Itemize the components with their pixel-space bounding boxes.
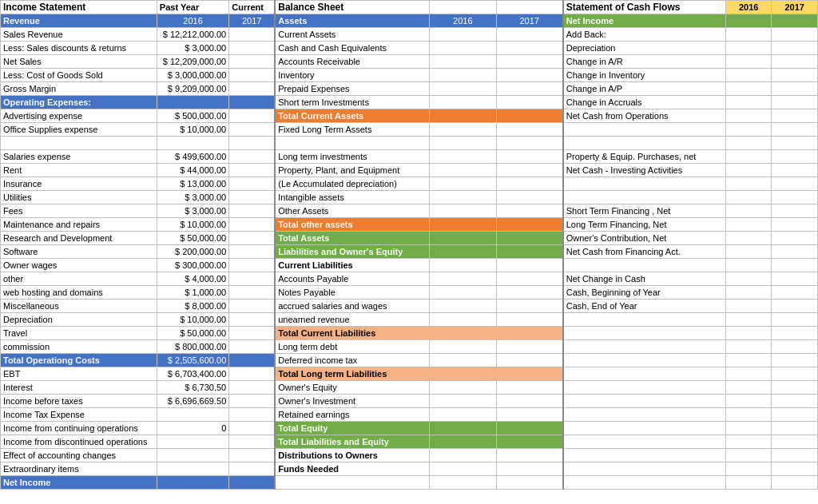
- sales-revenue-label: Sales Revenue: [1, 28, 157, 42]
- net-cash-ops-label: Net Cash from Operations: [563, 109, 726, 123]
- ni-2016: [157, 476, 228, 490]
- change-inv-2017: [772, 69, 818, 82]
- other-2017: [229, 272, 275, 286]
- empty-cf-14-2017: [772, 422, 818, 435]
- intangible-label: Intangible assets: [275, 191, 429, 204]
- empty-bs-1-2017: [496, 137, 563, 150]
- net-sales-2016: $ 12,209,000.00: [157, 55, 228, 69]
- ibt-2016: $ 6,696,669.50: [157, 395, 228, 408]
- commission-label: commission: [1, 340, 157, 354]
- oe-2017-val: [496, 381, 563, 395]
- bs-2017: 2017: [496, 14, 563, 28]
- oe-2016: [157, 96, 228, 109]
- eac-2016: [157, 449, 228, 462]
- oe-2016-val: [430, 381, 497, 395]
- unearned-rev-label: unearned revenue: [275, 313, 429, 327]
- ta-2016: [430, 232, 497, 245]
- empty-cf-1: [563, 123, 726, 137]
- maintenance-2017: [229, 218, 275, 232]
- change-acc-2017: [772, 96, 818, 109]
- toc-2017: [229, 354, 275, 367]
- gross-margin-2016: $ 9,209,000.00: [157, 82, 228, 96]
- travel-2017: [229, 327, 275, 340]
- owners-investment-label: Owner's Investment: [275, 395, 429, 408]
- tltl-2017: [496, 367, 563, 381]
- change-accruals-label: Change in Accruals: [563, 96, 726, 109]
- rd-label: Research and Development: [1, 232, 157, 245]
- dto-2017: [496, 449, 563, 462]
- te-2016: [430, 422, 497, 435]
- empty-cf-11: [563, 381, 726, 395]
- fn-2016: [430, 462, 497, 476]
- empty-cf-16-2017: [772, 449, 818, 462]
- toc-2016: $ 2,505,600.00: [157, 354, 228, 367]
- fees-label: Fees: [1, 204, 157, 218]
- ico-2017: [229, 422, 275, 435]
- empty-cf-10: [563, 367, 726, 381]
- empty-cf-13: [563, 408, 726, 422]
- ibt-2017: [229, 395, 275, 408]
- empty-cf-17: [563, 462, 726, 476]
- change-inv-2016: [726, 69, 772, 82]
- acc-dep-2016: [430, 177, 497, 191]
- income-tax-exp-label: Income Tax Expense: [1, 408, 157, 422]
- cash-flows-title: Statement of Cash Flows: [563, 1, 726, 14]
- advertising-2017: [229, 109, 275, 123]
- cash-beg-label: Cash, Beginning of Year: [563, 286, 726, 300]
- empty-cf-6: [563, 313, 726, 327]
- balance-sheet-title: Balance Sheet: [275, 1, 429, 14]
- short-term-fin-label: Short Term Financing , Net: [563, 204, 726, 218]
- empty-is-1-val: [157, 137, 228, 150]
- misc-2016: $ 8,000.00: [157, 300, 228, 313]
- software-label: Software: [1, 245, 157, 259]
- insurance-2017: [229, 177, 275, 191]
- sales-disc-2016: $ 3,000.00: [157, 42, 228, 55]
- total-other-assets-label: Total other assets: [275, 218, 429, 232]
- salaries-2017: [229, 150, 275, 164]
- empty-cf-15: [563, 435, 726, 449]
- other-label: other: [1, 272, 157, 286]
- toa-2016: [430, 218, 497, 232]
- empty-cf-4-2017: [772, 191, 818, 204]
- revenue-label: Revenue: [1, 14, 157, 28]
- empty-cf-4-2016: [726, 191, 772, 204]
- total-ltl-label: Total Long term Liabilities: [275, 367, 429, 381]
- add-back-2017: [772, 28, 818, 42]
- oc-2016: [726, 232, 772, 245]
- empty-cf-14: [563, 422, 726, 435]
- empty-cf-18-2017: [772, 476, 818, 490]
- income-before-taxes-label: Income before taxes: [1, 395, 157, 408]
- ido-2016: [157, 435, 228, 449]
- ltd-2016: [430, 340, 497, 354]
- bs-2016-header: [430, 1, 497, 14]
- is-2016-header: 2016: [157, 14, 228, 28]
- tltl-2016: [430, 367, 497, 381]
- utilities-label: Utilities: [1, 191, 157, 204]
- fees-2016: $ 3,000.00: [157, 204, 228, 218]
- ncf-2016: [726, 245, 772, 259]
- change-ap-2017: [772, 82, 818, 96]
- empty-cf-8-2016: [726, 340, 772, 354]
- fixed-lta-label: Fixed Long Term Assets: [275, 123, 429, 137]
- empty-cf-5-2017: [772, 259, 818, 272]
- ebt-2016: $ 6,703,400.00: [157, 367, 228, 381]
- tcl-2017: [496, 327, 563, 340]
- prop-equip-label: Property & Equip. Purchases, net: [563, 150, 726, 164]
- empty-cf-11-2017: [772, 381, 818, 395]
- empty-cf-15-2017: [772, 435, 818, 449]
- web-hosting-label: web hosting and domains: [1, 286, 157, 300]
- np-2017: [496, 286, 563, 300]
- tcl-2016: [430, 327, 497, 340]
- ur-2016: [430, 313, 497, 327]
- ap-label: Accounts Payable: [275, 272, 429, 286]
- lt-fin-label: Long Term Financing, Net: [563, 218, 726, 232]
- empty-cf-9-2016: [726, 354, 772, 367]
- empty-cf-17-2017: [772, 462, 818, 476]
- empty-is-1: [1, 137, 157, 150]
- empty-cf-1-2017: [772, 123, 818, 137]
- ar-2016: [430, 55, 497, 69]
- ca-2017: [496, 28, 563, 42]
- empty-cf-16: [563, 449, 726, 462]
- empty-cf-18-2016: [726, 476, 772, 490]
- net-cash-ops-2017: [772, 109, 818, 123]
